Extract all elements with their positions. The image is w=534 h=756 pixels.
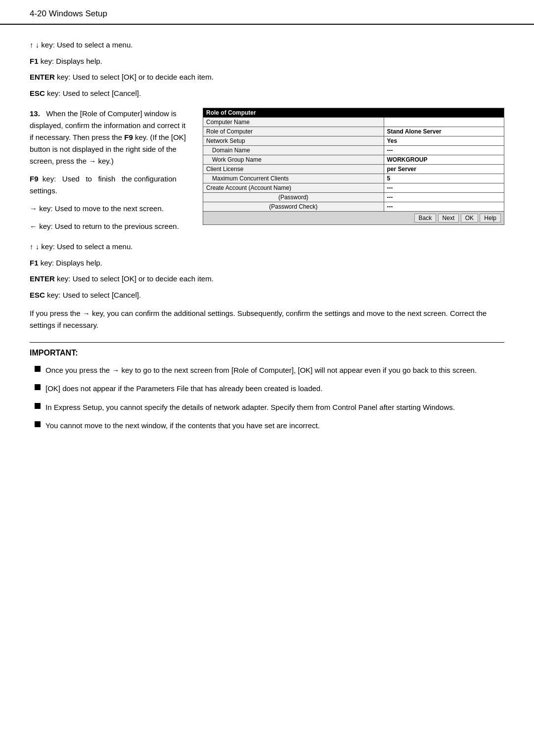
button-cell: Back Next OK Help [203, 212, 504, 225]
next-button[interactable]: Next [438, 214, 459, 222]
max-concurrent-value: 5 [384, 174, 504, 183]
updown-key-2: ↑ ↓ key: Used to select a menu. [30, 241, 504, 253]
list-item: Once you press the → key to go to the ne… [35, 364, 504, 376]
intro-key-list-2: ↑ ↓ key: Used to select a menu. F1 key: … [30, 241, 504, 301]
computer-name-value [384, 118, 504, 127]
bullet-icon-3 [35, 403, 41, 409]
ok-button[interactable]: OK [461, 214, 478, 222]
section-13: 13. When the [Role of Computer] window i… [30, 108, 504, 232]
workgroup-name-value: WORKGROUP [384, 155, 504, 165]
password-check-label: (Password Check) [203, 202, 384, 212]
create-account-value: --- [384, 183, 504, 193]
role-table-body: Computer Name Role of Computer Stand Alo… [203, 118, 504, 225]
client-license-value: per Server [384, 165, 504, 174]
page-title: 4-20 Windows Setup [30, 9, 107, 19]
role-table: Role of Computer Computer Name Role of C… [203, 108, 504, 225]
section-number: 13. [30, 109, 40, 118]
section-13-text: 13. When the [Role of Computer] window i… [30, 108, 188, 232]
f1-label-2: F1 [30, 259, 39, 267]
password-label: (Password) [203, 193, 384, 202]
role-of-computer-panel: Role of Computer Computer Name Role of C… [203, 108, 504, 232]
table-row: Computer Name [203, 118, 504, 127]
page-header: 4-20 Windows Setup [0, 0, 534, 25]
f1-key-1: F1 key: Displays help. [30, 56, 504, 67]
f9-description: F9 key: Used to finish the configuration… [30, 173, 188, 197]
esc-label-1: ESC [30, 89, 45, 97]
list-item: You cannot move to the next window, if t… [35, 420, 504, 431]
bullet-icon-1 [35, 366, 41, 372]
workgroup-name-label: Work Group Name [203, 155, 384, 165]
esc-key-2: ESC key: Used to select [Cancel]. [30, 290, 504, 301]
important-item-2: [OK] does not appear if the Parameters F… [45, 383, 322, 394]
table-row: Role of Computer Stand Alone Server [203, 127, 504, 136]
password-value: --- [384, 193, 504, 202]
table-row: (Password Check) --- [203, 202, 504, 212]
important-item-1: Once you press the → key to go to the ne… [45, 364, 477, 376]
table-row: (Password) --- [203, 193, 504, 202]
f1-key-2: F1 key: Displays help. [30, 258, 504, 269]
enter-key-2: ENTER key: Used to select [OK] or to dec… [30, 273, 504, 285]
important-title: IMPORTANT: [30, 349, 504, 357]
important-item-3: In Express Setup, you cannot specify the… [45, 401, 455, 413]
role-table-title: Role of Computer [203, 108, 504, 118]
table-row: Network Setup Yes [203, 136, 504, 146]
table-row: Domain Name --- [203, 146, 504, 155]
right-arrow-description: → key: Used to move to the next screen. [30, 203, 188, 215]
domain-name-label: Domain Name [203, 146, 384, 155]
back-button[interactable]: Back [414, 214, 437, 222]
intro-key-list-1: ↑ ↓ key: Used to select a menu. F1 key: … [30, 40, 504, 99]
role-of-computer-value: Stand Alone Server [384, 127, 504, 136]
table-row: Work Group Name WORKGROUP [203, 155, 504, 165]
help-button[interactable]: Help [480, 214, 501, 222]
max-concurrent-label: Maximum Concurrent Clients [203, 174, 384, 183]
f9-bold: F9 [124, 133, 133, 141]
left-arrow-description: ← key: Used to return to the previous sc… [30, 221, 188, 232]
important-item-4: You cannot move to the next window, if t… [45, 420, 320, 431]
list-item: [OK] does not appear if the Parameters F… [35, 383, 504, 394]
domain-name-value: --- [384, 146, 504, 155]
updown-arrow-1: ↑ ↓ [30, 41, 39, 49]
role-of-computer-label: Role of Computer [203, 127, 384, 136]
network-setup-label: Network Setup [203, 136, 384, 146]
computer-name-label: Computer Name [203, 118, 384, 127]
table-row: Client License per Server [203, 165, 504, 174]
important-list: Once you press the → key to go to the ne… [30, 364, 504, 431]
updown-key-1: ↑ ↓ key: Used to select a menu. [30, 40, 504, 51]
f1-label-1: F1 [30, 57, 39, 65]
table-row: Maximum Concurrent Clients 5 [203, 174, 504, 183]
password-check-value: --- [384, 202, 504, 212]
enter-label-2: ENTER [30, 274, 55, 283]
table-button-row: Back Next OK Help [203, 212, 504, 225]
main-content: ↑ ↓ key: Used to select a menu. F1 key: … [0, 25, 534, 458]
summary-paragraph: If you press the → key, you can confirm … [30, 308, 504, 331]
list-item: In Express Setup, you cannot specify the… [35, 401, 504, 413]
important-section: IMPORTANT: Once you press the → key to g… [30, 342, 504, 431]
create-account-label: Create Account (Account Name) [203, 183, 384, 193]
network-setup-value: Yes [384, 136, 504, 146]
esc-key-1: ESC key: Used to select [Cancel]. [30, 88, 504, 99]
bullet-icon-2 [35, 384, 41, 390]
f9-key-label: F9 [30, 175, 39, 183]
section-13-paragraph: 13. When the [Role of Computer] window i… [30, 108, 188, 167]
table-row: Create Account (Account Name) --- [203, 183, 504, 193]
enter-label-1: ENTER [30, 73, 55, 81]
enter-key-1: ENTER key: Used to select [OK] or to dec… [30, 72, 504, 83]
updown-arrow-2: ↑ ↓ [30, 242, 39, 251]
bullet-icon-4 [35, 421, 41, 427]
esc-label-2: ESC [30, 291, 45, 299]
client-license-label: Client License [203, 165, 384, 174]
role-table-header-row: Role of Computer [203, 108, 504, 118]
